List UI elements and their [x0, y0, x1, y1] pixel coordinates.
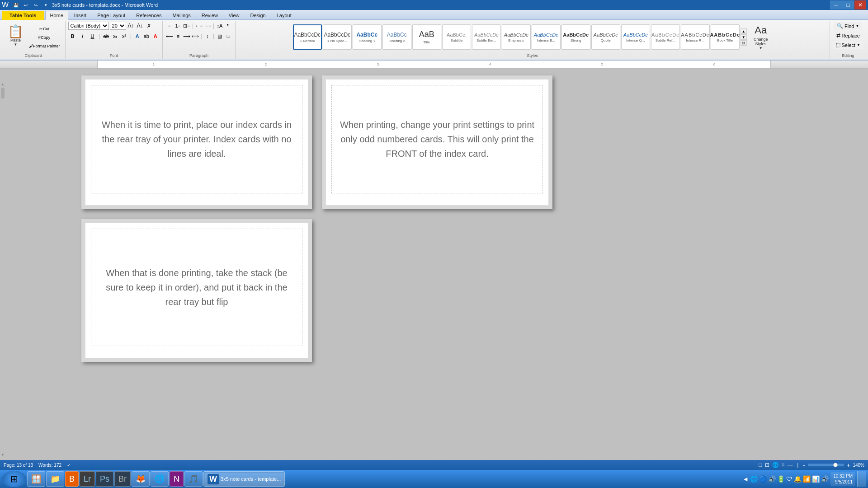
zoom-in-btn[interactable]: + — [847, 462, 850, 469]
styles-scroll-down[interactable]: ▼ — [741, 34, 747, 40]
undo-quick-btn[interactable]: ↩ — [21, 1, 30, 9]
scroll-up-arrow[interactable]: ▲ — [1, 82, 5, 86]
taskbar-item-word[interactable]: W 3x5 note cards - template... — [203, 471, 285, 487]
tab-layout[interactable]: Layout — [272, 11, 297, 19]
taskbar-item-windows[interactable]: 🪟 — [27, 471, 45, 487]
paste-button[interactable]: 📋 Paste ▼ — [5, 24, 27, 50]
save-quick-btn[interactable]: 💾 — [11, 1, 20, 9]
font-family-select[interactable]: Calibri (Body) — [68, 22, 109, 30]
shading-button[interactable]: ▧ — [216, 32, 224, 40]
card-text-box-2[interactable]: When printing, change your print setting… — [331, 85, 543, 193]
systray-bar3[interactable]: 🔊 — [821, 475, 829, 483]
zoom-slider[interactable] — [808, 464, 844, 466]
italic-button[interactable]: I — [78, 32, 87, 40]
style-subtitle[interactable]: AaBbCc. Subtitle — [442, 24, 471, 50]
copy-button[interactable]: ⎘ Copy — [27, 33, 62, 42]
close-btn[interactable]: ✕ — [854, 0, 866, 9]
align-center-button[interactable]: ≡ — [174, 32, 182, 40]
style-subtle-ref[interactable]: AaBbCcDc Subtle Ref... — [651, 24, 680, 50]
scroll-down-arrow[interactable]: ▼ — [1, 453, 5, 456]
style-intense-r[interactable]: AABbCcDc Intense R... — [681, 24, 710, 50]
style-intense-em[interactable]: AaBbCcDc Intense E... — [532, 24, 561, 50]
style-book-title[interactable]: AABbCcDc Book Title — [711, 24, 740, 50]
strikethrough-button[interactable]: ab — [102, 32, 110, 40]
maximize-btn[interactable]: □ — [842, 0, 854, 9]
justify-button[interactable]: ⟺ — [191, 32, 199, 40]
draft-view-btn[interactable]: — — [788, 462, 793, 468]
taskbar-item-onenote[interactable]: N — [170, 471, 184, 487]
format-painter-button[interactable]: 🖌 Format Painter — [27, 42, 62, 50]
style-title[interactable]: AaB Title — [412, 24, 441, 50]
redo-quick-btn[interactable]: ↪ — [31, 1, 40, 9]
taskbar-item-orange[interactable]: B — [65, 471, 79, 487]
web-view-btn[interactable]: 🌐 — [772, 462, 779, 468]
tab-design[interactable]: Design — [245, 11, 271, 19]
line-spacing-button[interactable]: ↕ — [203, 32, 212, 40]
taskbar-item-chrome[interactable]: 🌐 — [151, 471, 169, 487]
systray-security[interactable]: 🛡 — [786, 475, 793, 483]
style-normal[interactable]: AaBbCcDc 1 Normal — [293, 24, 322, 50]
systray-updates[interactable]: 🔔 — [794, 475, 802, 483]
superscript-button[interactable]: x² — [120, 32, 128, 40]
cut-button[interactable]: ✂ Cut — [27, 25, 62, 33]
highlight-button[interactable]: ab — [142, 32, 151, 40]
taskbar-item-bridge[interactable]: Br — [114, 471, 131, 487]
style-strong[interactable]: AaBbCcDc Strong — [561, 24, 590, 50]
print-view-btn[interactable]: □ — [759, 462, 762, 468]
minimize-btn[interactable]: ─ — [830, 0, 842, 9]
tab-review[interactable]: Review — [197, 11, 223, 19]
customize-quick-btn[interactable]: ▼ — [41, 1, 50, 9]
bold-button[interactable]: B — [68, 32, 77, 40]
sort-button[interactable]: ↕A — [216, 22, 224, 30]
bullets-button[interactable]: ≡ — [165, 22, 174, 30]
replace-button[interactable]: ⇄ Replace — [833, 31, 863, 40]
style-emphasis[interactable]: AaBbCcDc Emphasis — [502, 24, 531, 50]
shrink-font-button[interactable]: A↓ — [136, 22, 144, 30]
align-right-button[interactable]: ⟶ — [183, 32, 191, 40]
style-quote[interactable]: AaBbCcDc Quote — [591, 24, 620, 50]
indent-decrease-button[interactable]: ←≡ — [195, 22, 203, 30]
fullscreen-view-btn[interactable]: ⊡ — [765, 462, 769, 468]
select-button[interactable]: ⬚ Select ▼ — [833, 41, 864, 49]
systray-bar2[interactable]: 📊 — [812, 475, 820, 483]
numbering-button[interactable]: 1≡ — [174, 22, 182, 30]
systray-battery[interactable]: 🔋 — [777, 475, 785, 483]
tab-table-tools[interactable]: Table Tools — [2, 11, 44, 20]
systray-arrow[interactable]: ◄ — [742, 475, 749, 483]
style-no-spacing[interactable]: AaBbCcDc 1 No Spac... — [323, 24, 352, 50]
taskbar-item-vlc[interactable]: 🎵 — [184, 471, 203, 487]
subscript-button[interactable]: x₂ — [111, 32, 119, 40]
multilevel-button[interactable]: ⊞≡ — [183, 22, 191, 30]
card-text-box-3[interactable]: When that is done printing, take the sta… — [91, 229, 302, 346]
taskbar-item-firefox[interactable]: 🦊 — [132, 471, 150, 487]
tab-view[interactable]: View — [224, 11, 245, 19]
tab-home[interactable]: Home — [45, 11, 68, 20]
tab-insert[interactable]: Insert — [69, 11, 92, 19]
align-left-button[interactable]: ⟵ — [165, 32, 174, 40]
tab-page-layout[interactable]: Page Layout — [92, 11, 130, 19]
systray-network[interactable]: 🌐 — [750, 475, 758, 483]
taskbar-item-explorer[interactable]: 📁 — [46, 471, 64, 487]
style-intense-q[interactable]: AaBbCcDc Intense Q... — [621, 24, 650, 50]
borders-button[interactable]: □ — [224, 32, 232, 40]
zoom-out-btn[interactable]: - — [803, 462, 805, 469]
change-styles-button[interactable]: Aa ChangeStyles ▼ — [750, 23, 772, 51]
show-marks-button[interactable]: ¶ — [224, 22, 232, 30]
style-heading1[interactable]: AaBbCc Heading 1 — [353, 24, 382, 50]
outline-view-btn[interactable]: ≡ — [782, 462, 785, 468]
style-heading2[interactable]: AaBbCc Heading 2 — [382, 24, 411, 50]
font-color-button[interactable]: A — [151, 32, 160, 40]
spell-check-icon[interactable]: ✓ — [67, 463, 71, 468]
grow-font-button[interactable]: A↑ — [127, 22, 135, 30]
clear-format-button[interactable]: ✗ — [145, 22, 153, 30]
font-size-select[interactable]: 20 — [110, 22, 126, 30]
scroll-thumb[interactable] — [1, 88, 5, 99]
indent-increase-button[interactable]: →≡ — [203, 22, 212, 30]
start-button[interactable]: ⊞ — [2, 471, 26, 487]
styles-scroll-more[interactable]: ⊟ — [741, 40, 747, 46]
tab-references[interactable]: References — [131, 11, 166, 19]
taskbar-item-lightroom[interactable]: Lr — [80, 471, 95, 487]
card-text-box-1[interactable]: When it is time to print, place our inde… — [91, 85, 302, 193]
taskbar-item-photoshop[interactable]: Ps — [96, 471, 113, 487]
find-button[interactable]: 🔍 Find ▼ — [834, 22, 862, 30]
